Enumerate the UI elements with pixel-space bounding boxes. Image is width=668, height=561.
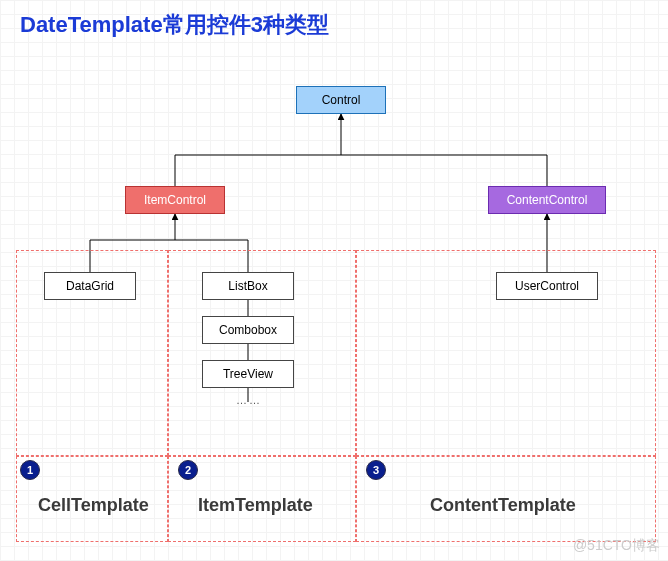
label-item-template: ItemTemplate (198, 495, 313, 516)
badge-2: 2 (178, 460, 198, 480)
node-content-control: ContentControl (488, 186, 606, 214)
badge-3: 3 (366, 460, 386, 480)
group-1-upper (16, 250, 168, 456)
node-item-control: ItemControl (125, 186, 225, 214)
watermark: @51CTO博客 (573, 537, 660, 555)
label-content-template: ContentTemplate (430, 495, 576, 516)
node-control: Control (296, 86, 386, 114)
group-3-upper (356, 250, 656, 456)
page-title: DateTemplate常用控件3种类型 (20, 10, 329, 40)
label-cell-template: CellTemplate (38, 495, 149, 516)
group-2-upper (168, 250, 356, 456)
badge-1: 1 (20, 460, 40, 480)
